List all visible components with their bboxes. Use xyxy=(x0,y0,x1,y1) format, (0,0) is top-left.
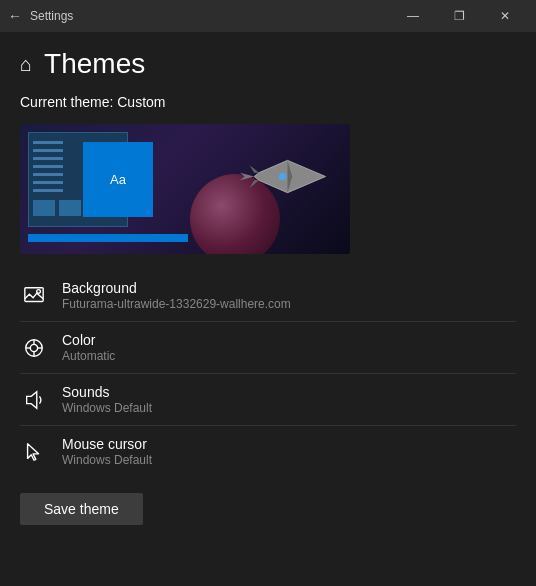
sounds-title: Sounds xyxy=(62,384,152,400)
background-subtitle: Futurama-ultrawide-1332629-wallhere.com xyxy=(62,297,291,311)
svg-marker-5 xyxy=(27,392,37,409)
sounds-icon xyxy=(20,386,48,414)
current-theme-label: Current theme: Custom xyxy=(20,94,516,110)
preview-spaceship xyxy=(240,152,335,202)
sidebar-line-6 xyxy=(33,181,63,184)
preview-box-2 xyxy=(59,200,81,216)
minimize-button[interactable]: — xyxy=(390,0,436,32)
color-icon xyxy=(20,334,48,362)
color-svg xyxy=(23,337,45,359)
color-text: Color Automatic xyxy=(62,332,115,363)
sidebar-line-1 xyxy=(33,141,63,144)
preview-background: Aa xyxy=(20,124,350,254)
save-theme-button[interactable]: Save theme xyxy=(20,493,143,525)
sounds-subtitle: Windows Default xyxy=(62,401,152,415)
preview-box-1 xyxy=(33,200,55,216)
title-bar-controls: — ❐ ✕ xyxy=(390,0,528,32)
settings-item-background[interactable]: Background Futurama-ultrawide-1332629-wa… xyxy=(20,270,516,322)
color-subtitle: Automatic xyxy=(62,349,115,363)
cursor-svg xyxy=(23,441,45,463)
sounds-svg xyxy=(23,389,45,411)
svg-point-0 xyxy=(279,173,287,181)
sidebar-line-3 xyxy=(33,157,63,160)
svg-point-4 xyxy=(30,344,37,351)
background-text: Background Futurama-ultrawide-1332629-wa… xyxy=(62,280,291,311)
sidebar-line-7 xyxy=(33,189,63,192)
cursor-icon xyxy=(20,438,48,466)
sidebar-line-2 xyxy=(33,149,63,152)
mouse-cursor-text: Mouse cursor Windows Default xyxy=(62,436,152,467)
preview-bottom-boxes xyxy=(33,200,81,216)
settings-item-mouse-cursor[interactable]: Mouse cursor Windows Default xyxy=(20,426,516,477)
back-button[interactable]: ← xyxy=(8,8,22,24)
home-icon: ⌂ xyxy=(20,53,32,76)
title-bar: ← Settings — ❐ ✕ xyxy=(0,0,536,32)
mouse-cursor-subtitle: Windows Default xyxy=(62,453,152,467)
theme-preview: Aa xyxy=(20,124,350,254)
sidebar-line-4 xyxy=(33,165,63,168)
preview-accent-window: Aa xyxy=(83,142,153,217)
title-bar-left: ← Settings xyxy=(8,8,73,24)
main-content: ⌂ Themes Current theme: Custom xyxy=(0,32,536,586)
preview-windows-mockup: Aa xyxy=(28,132,188,242)
title-bar-title: Settings xyxy=(30,9,73,23)
settings-list: Background Futurama-ultrawide-1332629-wa… xyxy=(20,270,516,477)
settings-item-sounds[interactable]: Sounds Windows Default xyxy=(20,374,516,426)
close-button[interactable]: ✕ xyxy=(482,0,528,32)
mouse-cursor-title: Mouse cursor xyxy=(62,436,152,452)
settings-item-color[interactable]: Color Automatic xyxy=(20,322,516,374)
page-header: ⌂ Themes xyxy=(20,48,516,80)
sidebar-line-5 xyxy=(33,173,63,176)
sounds-text: Sounds Windows Default xyxy=(62,384,152,415)
color-title: Color xyxy=(62,332,115,348)
maximize-button[interactable]: ❐ xyxy=(436,0,482,32)
preview-taskbar xyxy=(28,234,188,242)
background-svg xyxy=(23,285,45,307)
background-title: Background xyxy=(62,280,291,296)
page-title: Themes xyxy=(44,48,145,80)
background-icon xyxy=(20,282,48,310)
preview-sidebar xyxy=(33,141,63,192)
svg-point-2 xyxy=(37,290,41,294)
